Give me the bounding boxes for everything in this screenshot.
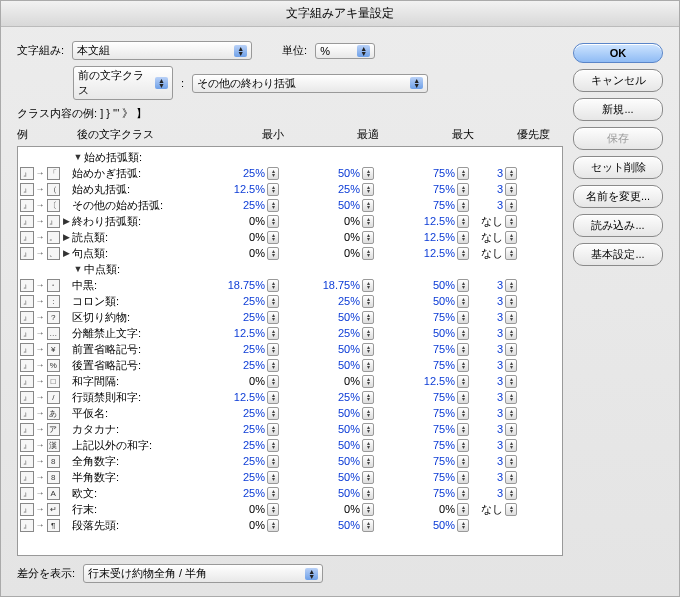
stepper-icon[interactable]: ▴▾ (457, 247, 469, 260)
stepper-icon[interactable]: ▴▾ (267, 247, 279, 260)
opt-value[interactable]: 50% (314, 311, 360, 323)
opt-value[interactable]: 50% (314, 359, 360, 371)
stepper-icon[interactable]: ▴▾ (362, 279, 374, 292)
opt-value[interactable]: 50% (314, 455, 360, 467)
min-value[interactable]: 12.5% (219, 327, 265, 339)
min-value[interactable]: 25% (219, 359, 265, 371)
stepper-icon[interactable]: ▴▾ (505, 471, 517, 484)
disclosure-triangle-icon[interactable]: ▼ (72, 152, 84, 162)
stepper-icon[interactable]: ▴▾ (457, 359, 469, 372)
min-value[interactable]: 18.75% (219, 279, 265, 291)
stepper-icon[interactable]: ▴▾ (267, 439, 279, 452)
stepper-icon[interactable]: ▴▾ (267, 231, 279, 244)
min-value[interactable]: 12.5% (219, 391, 265, 403)
max-value[interactable]: 0% (409, 503, 455, 515)
stepper-icon[interactable]: ▴▾ (457, 439, 469, 452)
stepper-icon[interactable]: ▴▾ (457, 471, 469, 484)
stepper-icon[interactable]: ▴▾ (362, 311, 374, 324)
opt-value[interactable]: 50% (314, 439, 360, 451)
min-value[interactable]: 25% (219, 407, 265, 419)
max-value[interactable]: 75% (409, 199, 455, 211)
max-value[interactable]: 75% (409, 343, 455, 355)
max-value[interactable]: 75% (409, 423, 455, 435)
min-value[interactable]: 0% (219, 375, 265, 387)
diff-select[interactable]: 行末受け約物全角 / 半角▲▼ (83, 564, 323, 583)
max-value[interactable]: 12.5% (409, 375, 455, 387)
stepper-icon[interactable]: ▴▾ (457, 215, 469, 228)
max-value[interactable]: 50% (409, 295, 455, 307)
opt-value[interactable]: 0% (314, 503, 360, 515)
stepper-icon[interactable]: ▴▾ (267, 167, 279, 180)
stepper-icon[interactable]: ▴▾ (505, 183, 517, 196)
stepper-icon[interactable]: ▴▾ (362, 487, 374, 500)
min-value[interactable]: 25% (219, 199, 265, 211)
stepper-icon[interactable]: ▴▾ (457, 375, 469, 388)
opt-value[interactable]: 50% (314, 519, 360, 531)
disclosure-triangle-icon[interactable]: ▶ (60, 216, 72, 226)
stepper-icon[interactable]: ▴▾ (505, 359, 517, 372)
import-button[interactable]: 読み込み... (573, 214, 663, 237)
stepper-icon[interactable]: ▴▾ (362, 439, 374, 452)
stepper-icon[interactable]: ▴▾ (362, 215, 374, 228)
stepper-icon[interactable]: ▴▾ (457, 343, 469, 356)
stepper-icon[interactable]: ▴▾ (267, 199, 279, 212)
max-value[interactable]: 75% (409, 455, 455, 467)
min-value[interactable]: 25% (219, 423, 265, 435)
stepper-icon[interactable]: ▴▾ (362, 359, 374, 372)
stepper-icon[interactable]: ▴▾ (505, 391, 517, 404)
stepper-icon[interactable]: ▴▾ (505, 423, 517, 436)
stepper-icon[interactable]: ▴▾ (267, 519, 279, 532)
stepper-icon[interactable]: ▴▾ (505, 279, 517, 292)
stepper-icon[interactable]: ▴▾ (362, 503, 374, 516)
stepper-icon[interactable]: ▴▾ (362, 343, 374, 356)
min-value[interactable]: 25% (219, 439, 265, 451)
min-value[interactable]: 0% (219, 215, 265, 227)
stepper-icon[interactable]: ▴▾ (457, 183, 469, 196)
stepper-icon[interactable]: ▴▾ (267, 343, 279, 356)
disclosure-triangle-icon[interactable]: ▶ (60, 248, 72, 258)
stepper-icon[interactable]: ▴▾ (362, 247, 374, 260)
stepper-icon[interactable]: ▴▾ (457, 279, 469, 292)
stepper-icon[interactable]: ▴▾ (457, 407, 469, 420)
stepper-icon[interactable]: ▴▾ (267, 471, 279, 484)
stepper-icon[interactable]: ▴▾ (505, 231, 517, 244)
stepper-icon[interactable]: ▴▾ (457, 231, 469, 244)
max-value[interactable]: 12.5% (409, 215, 455, 227)
opt-value[interactable]: 25% (314, 183, 360, 195)
rename-button[interactable]: 名前を変更... (573, 185, 663, 208)
opt-value[interactable]: 50% (314, 407, 360, 419)
max-value[interactable]: 12.5% (409, 247, 455, 259)
stepper-icon[interactable]: ▴▾ (505, 167, 517, 180)
stepper-icon[interactable]: ▴▾ (267, 311, 279, 324)
rows-panel[interactable]: ▼始め括弧類: 』 → 「 始めかぎ括弧: 25%▴▾ 50%▴▾ 75%▴▾ … (17, 146, 563, 556)
min-value[interactable]: 0% (219, 519, 265, 531)
stepper-icon[interactable]: ▴▾ (457, 295, 469, 308)
opt-value[interactable]: 50% (314, 423, 360, 435)
stepper-icon[interactable]: ▴▾ (505, 215, 517, 228)
stepper-icon[interactable]: ▴▾ (267, 279, 279, 292)
opt-value[interactable]: 25% (314, 327, 360, 339)
disclosure-triangle-icon[interactable]: ▶ (60, 232, 72, 242)
opt-value[interactable]: 50% (314, 199, 360, 211)
stepper-icon[interactable]: ▴▾ (505, 455, 517, 468)
stepper-icon[interactable]: ▴▾ (457, 327, 469, 340)
stepper-icon[interactable]: ▴▾ (267, 391, 279, 404)
max-value[interactable]: 75% (409, 487, 455, 499)
stepper-icon[interactable]: ▴▾ (267, 487, 279, 500)
stepper-icon[interactable]: ▴▾ (457, 167, 469, 180)
stepper-icon[interactable]: ▴▾ (457, 423, 469, 436)
stepper-icon[interactable]: ▴▾ (362, 231, 374, 244)
opt-value[interactable]: 0% (314, 375, 360, 387)
max-value[interactable]: 50% (409, 279, 455, 291)
stepper-icon[interactable]: ▴▾ (362, 327, 374, 340)
min-value[interactable]: 0% (219, 503, 265, 515)
stepper-icon[interactable]: ▴▾ (505, 199, 517, 212)
min-value[interactable]: 25% (219, 167, 265, 179)
min-value[interactable]: 25% (219, 487, 265, 499)
stepper-icon[interactable]: ▴▾ (505, 295, 517, 308)
stepper-icon[interactable]: ▴▾ (267, 407, 279, 420)
max-value[interactable]: 75% (409, 407, 455, 419)
stepper-icon[interactable]: ▴▾ (457, 199, 469, 212)
max-value[interactable]: 12.5% (409, 231, 455, 243)
stepper-icon[interactable]: ▴▾ (267, 455, 279, 468)
